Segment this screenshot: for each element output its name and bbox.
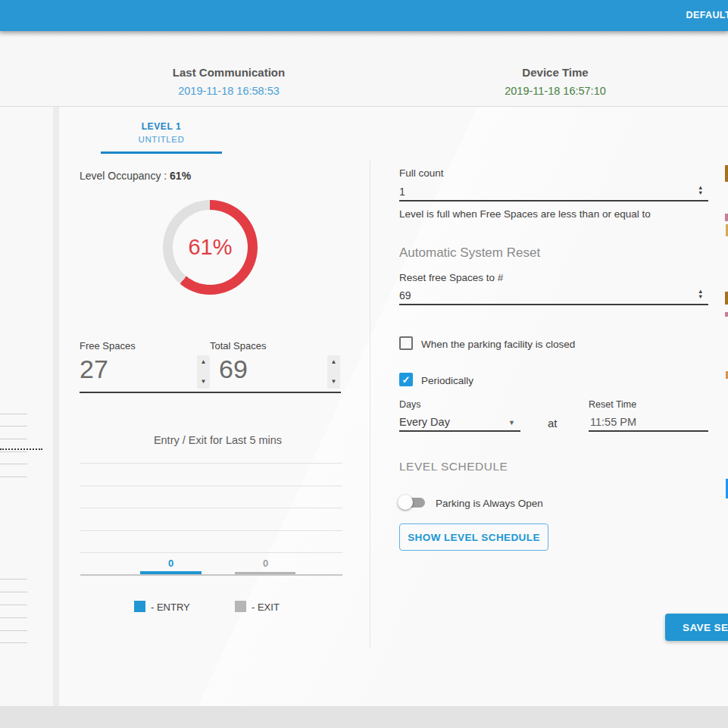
check-icon: ✓ [402,374,411,386]
reset-free-spaces-stepper[interactable]: ▲ ▼ [698,289,703,299]
tab-level-label: LEVEL 1 [101,121,222,132]
days-label: Days [399,399,420,410]
toggle-knob [398,495,413,510]
reset-free-spaces-underline [399,304,708,305]
auto-reset-heading: Automatic System Reset [399,245,540,261]
stepper-up-icon[interactable]: ▲ [331,359,337,365]
chart-gridline [80,530,342,531]
free-spaces-stepper[interactable]: ▲ ▼ [197,355,210,389]
show-level-schedule-button[interactable]: SHOW LEVEL SCHEDULE [399,523,548,551]
clipped-panel-fragment [725,292,728,305]
exit-bar-value: 0 [235,558,296,569]
reset-time-input[interactable]: 11:55 PM [590,416,636,428]
always-open-toggle[interactable] [398,493,428,511]
exit-bar [235,572,295,574]
stepper-down-icon[interactable]: ▼ [201,379,207,385]
status-header: Last Communication 2019-11-18 16:58:53 D… [0,31,728,107]
total-spaces-input[interactable]: 69 [219,355,248,384]
reset-free-spaces-label: Reset free Spaces to # [399,272,503,283]
chart-gridline [80,486,342,486]
device-time-block: Device Time 2019-11-18 16:57:10 [442,66,669,97]
total-spaces-stepper[interactable]: ▲ ▼ [327,355,340,389]
sidebar-dotted-divider [0,448,42,450]
full-count-label: Full count [399,167,444,179]
tab-level-name: UNTITLED [101,135,222,144]
free-spaces-label: Free Spaces [80,340,136,352]
app-top-bar: DEFAULT [0,0,728,31]
last-communication-block: Last Communication 2019-11-18 16:58:53 [115,66,342,97]
tab-active-indicator [101,152,222,154]
level-occupancy-label: Level Occupancy : 61% [80,170,191,182]
spaces-underline [80,392,341,393]
entry-bar-value: 0 [140,558,202,569]
occupancy-ring: 61% [163,200,258,295]
level-occupancy-value: 61% [170,170,191,182]
chart-gridline [80,552,342,553]
at-label: at [548,417,558,430]
reset-time-label: Reset Time [589,399,636,410]
full-count-stepper[interactable]: ▲ ▼ [698,185,703,195]
free-spaces-input[interactable]: 27 [80,355,108,384]
when-closed-label: When the parking facility is closed [421,339,575,350]
topbar-default-menu[interactable]: DEFAULT [686,10,728,20]
entry-legend-swatch [134,601,145,612]
last-communication-value: 2019-11-18 16:58:53 [115,85,342,97]
periodically-checkbox[interactable]: ✓ [399,373,413,386]
reset-free-spaces-input[interactable]: 69 [399,289,411,302]
page-footer-strip [0,706,728,728]
stepper-down-icon[interactable]: ▼ [698,294,703,299]
device-time-value: 2019-11-18 16:57:10 [442,85,669,97]
full-count-input[interactable]: 1 [399,186,405,198]
stepper-down-icon[interactable]: ▼ [698,190,703,195]
exit-legend-label: - EXIT [252,601,280,613]
chevron-down-icon[interactable]: ▼ [508,419,515,426]
days-select[interactable]: Every Day [399,416,450,428]
level-schedule-heading: LEVEL SCHEDULE [399,460,508,473]
occupancy-percent-text: 61% [188,235,232,260]
clipped-panel-fragment [725,214,728,221]
device-time-label: Device Time [442,66,669,79]
always-open-label: Parking is Always Open [436,498,543,509]
occupancy-ring-center: 61% [173,210,248,285]
full-count-underline [399,200,708,202]
save-settings-button[interactable]: SAVE SET [665,614,728,641]
left-sidebar-clipped [0,107,53,706]
chart-gridline [80,508,342,508]
last-communication-label: Last Communication [115,66,342,79]
total-spaces-label: Total Spaces [210,340,266,352]
reset-time-underline [589,430,708,432]
stepper-down-icon[interactable]: ▼ [331,379,337,385]
entry-bar [140,571,202,574]
clipped-panel-fragment [725,165,728,182]
when-closed-checkbox[interactable]: ✓ [399,336,413,350]
stepper-up-icon[interactable]: ▲ [201,359,207,365]
days-underline [399,430,520,432]
entry-exit-chart-title: Entry / Exit for Last 5 mins [72,434,364,446]
column-divider [370,161,370,648]
clipped-panel-fragment [725,312,728,317]
chart-baseline [80,574,342,576]
periodically-label: Periodically [421,375,473,386]
chart-gridline [80,463,342,464]
parking-level-settings-screen: DEFAULT Last Communication 2019-11-18 16… [0,0,728,728]
tab-level-1[interactable]: LEVEL 1 UNTITLED [101,121,222,144]
entry-legend-label: - ENTRY [151,601,190,613]
exit-legend-swatch [235,601,246,612]
full-count-hint: Level is full when Free Spaces are less … [399,208,651,220]
